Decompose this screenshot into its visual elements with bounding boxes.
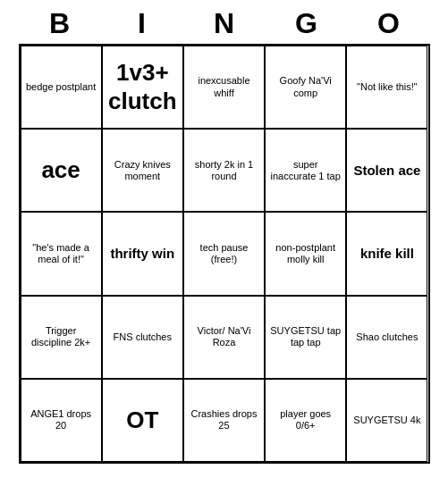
bingo-cell-10: "he's made a meal of it!" [21,212,102,295]
bingo-cell-text-12: tech pause (free!) [188,242,260,265]
bingo-cell-8: super inaccurate 1 tap [265,129,346,212]
bingo-cell-text-3: Goofy Na'Vi comp [269,75,342,98]
bingo-cell-6: Crazy knives moment [102,129,183,212]
bingo-cell-7: shorty 2k in 1 round [183,129,265,212]
bingo-cell-text-20: ANGE1 drops 20 [25,408,97,432]
bingo-cell-16: FNS clutches [102,296,183,379]
bingo-cell-text-24: SUYGETSU 4k [353,415,420,426]
bingo-cell-text-22: Crashies drops 25 [188,408,260,432]
bingo-cell-text-9: Stolen ace [353,163,420,179]
bingo-header-letter-N: N [183,7,266,40]
bingo-header-letter-G: G [266,7,348,40]
bingo-cell-23: player goes 0/6+ [265,379,346,462]
bingo-cell-12: tech pause (free!) [183,212,265,295]
bingo-cell-13: non-postplant molly kill [265,212,346,295]
bingo-cell-9: Stolen ace [346,129,427,212]
bingo-cell-22: Crashies drops 25 [183,379,265,462]
bingo-cell-19: Shao clutches [346,296,427,379]
bingo-cell-24: SUYGETSU 4k [346,379,427,462]
bingo-cell-5: ace [21,129,102,212]
bingo-cell-21: OT [102,379,183,462]
bingo-cell-text-14: knife kill [360,246,414,262]
bingo-cell-text-5: ace [41,156,80,184]
bingo-header-letter-B: B [19,7,101,40]
bingo-header-letter-I: I [101,7,183,40]
bingo-cell-4: "Not like this!" [346,46,427,129]
bingo-cell-18: SUYGETSU tap tap tap [265,296,346,379]
bingo-cell-text-17: Victor/ Na'Vi Roza [188,325,260,348]
bingo-header: BINGO [19,7,430,40]
bingo-cell-text-10: "he's made a meal of it!" [25,242,97,265]
bingo-cell-text-11: thrifty win [110,246,174,262]
bingo-cell-text-8: super inaccurate 1 tap [269,159,342,182]
bingo-cell-15: Trigger discipline 2k+ [21,296,102,379]
bingo-cell-11: thrifty win [102,212,183,295]
bingo-cell-text-4: "Not like this!" [357,81,418,93]
bingo-cell-text-1: 1v3+ clutch [106,59,179,114]
bingo-cell-text-0: bedge postplant [26,81,96,93]
bingo-cell-text-2: inexcusable whiff [188,75,260,98]
bingo-cell-text-21: OT [126,406,158,434]
bingo-cell-text-18: SUYGETSU tap tap tap [269,325,342,348]
bingo-cell-2: inexcusable whiff [183,46,265,129]
bingo-cell-text-23: player goes 0/6+ [269,408,342,432]
bingo-cell-3: Goofy Na'Vi comp [265,46,346,129]
bingo-cell-17: Victor/ Na'Vi Roza [183,296,265,379]
bingo-cell-20: ANGE1 drops 20 [21,379,102,462]
bingo-cell-text-16: FNS clutches [114,331,172,343]
bingo-cell-text-13: non-postplant molly kill [269,242,342,265]
bingo-cell-14: knife kill [346,212,427,295]
bingo-grid: bedge postplant1v3+ clutchinexcusable wh… [19,44,430,464]
bingo-cell-0: bedge postplant [21,46,102,129]
bingo-cell-text-7: shorty 2k in 1 round [188,159,260,182]
bingo-header-letter-O: O [348,7,430,40]
bingo-cell-text-15: Trigger discipline 2k+ [25,325,97,348]
bingo-cell-text-19: Shao clutches [356,331,418,343]
bingo-cell-1: 1v3+ clutch [102,46,183,129]
bingo-cell-text-6: Crazy knives moment [106,159,179,182]
